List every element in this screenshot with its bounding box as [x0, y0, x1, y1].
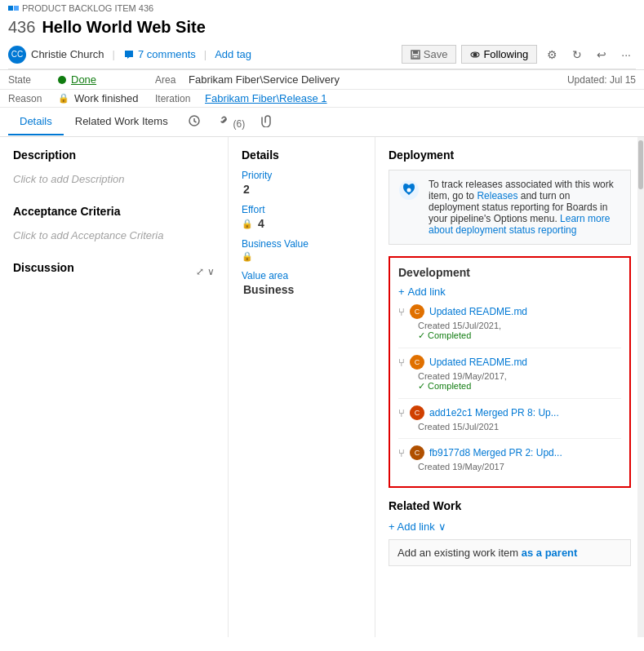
- dev-item: ⑂ C fb9177d8 Merged PR 2: Upd... Created…: [398, 445, 621, 478]
- following-button[interactable]: Following: [461, 45, 537, 64]
- parent-bold-text: as a parent: [522, 547, 578, 559]
- effort-lock-icon: 🔒: [242, 219, 253, 229]
- tab-related-work[interactable]: Related Work Items: [64, 108, 180, 135]
- branch-icon: ⑂: [398, 356, 405, 369]
- parent-box[interactable]: Add an existing work item as a parent: [389, 539, 631, 566]
- scroll-thumb[interactable]: [638, 140, 643, 189]
- description-title: Description: [13, 148, 215, 162]
- undo-button[interactable]: ↩: [592, 46, 611, 64]
- avatar: C: [410, 304, 424, 319]
- user-info: CC Christie Church | 7 comments | Add ta…: [8, 46, 395, 64]
- updated-text: Updated: Jul 15: [567, 74, 636, 86]
- priority-value[interactable]: 2: [242, 183, 362, 196]
- branch-icon: ⑂: [398, 306, 405, 318]
- dev-link[interactable]: fb9177d8 Merged PR 2: Upd...: [429, 447, 562, 458]
- discussion-section: Discussion ⤢ ∨: [13, 261, 215, 282]
- related-work-title: Related Work: [389, 499, 631, 512]
- iteration-value[interactable]: Fabrikam Fiber\Release 1: [205, 92, 327, 104]
- dev-item: ⑂ C Updated README.md Created 19/May/201…: [398, 355, 621, 399]
- dev-link[interactable]: Updated README.md: [429, 356, 527, 368]
- discussion-header: Discussion ⤢ ∨: [13, 261, 215, 282]
- description-placeholder[interactable]: Click to add Description: [13, 170, 215, 188]
- status-dot: [58, 76, 66, 84]
- svg-rect-2: [413, 55, 418, 58]
- svg-rect-1: [413, 51, 418, 54]
- tab-attachments[interactable]: [253, 108, 282, 136]
- refresh-button[interactable]: ↻: [567, 46, 587, 64]
- acceptance-title: Acceptance Criteria: [13, 205, 215, 218]
- deployment-box: To track releases associated with this w…: [389, 170, 631, 245]
- svg-point-3: [473, 52, 477, 56]
- dev-item-header: ⑂ C Updated README.md: [398, 304, 621, 319]
- reason-label: Reason: [8, 93, 53, 104]
- reason-value: Work finished: [74, 92, 139, 104]
- product-label: PRODUCT BACKLOG ITEM 436: [8, 3, 636, 15]
- acceptance-placeholder[interactable]: Click to add Acceptance Criteria: [13, 226, 215, 245]
- following-label: Following: [483, 48, 528, 60]
- plus-icon: +: [398, 286, 405, 298]
- scrollbar[interactable]: [637, 137, 644, 637]
- attachment-icon: [261, 114, 274, 127]
- comment-icon: [123, 49, 135, 60]
- effort-label: Effort: [242, 204, 362, 215]
- area-field: Area Fabrikam Fiber\Service Delivery: [155, 73, 567, 86]
- dev-item-header: ⑂ C add1e2c1 Merged PR 8: Up...: [398, 405, 621, 420]
- right-panel: Deployment To track releases associated …: [375, 137, 644, 637]
- dev-meta: Created 19/May/2017: [398, 462, 621, 472]
- chevron-down-icon: ∨: [438, 520, 446, 533]
- business-value-field: 🔒: [242, 251, 362, 262]
- content-area: Description Click to add Description Acc…: [0, 137, 644, 637]
- lock-icon: 🔒: [58, 93, 69, 104]
- settings-button[interactable]: ⚙: [542, 46, 562, 64]
- add-tag-button[interactable]: Add tag: [215, 48, 251, 60]
- item-number: 436: [8, 18, 35, 37]
- area-label: Area: [155, 74, 184, 86]
- separator2: |: [204, 48, 207, 60]
- iteration-label: Iteration: [155, 93, 200, 104]
- save-button[interactable]: Save: [402, 45, 457, 64]
- state-field: State Done: [8, 73, 155, 86]
- toolbar: CC Christie Church | 7 comments | Add ta…: [8, 42, 636, 69]
- deploy-icon: [398, 179, 420, 206]
- meta-row2: Reason 🔒 Work finished Iteration Fabrika…: [0, 90, 644, 108]
- expand-icon[interactable]: ⤢: [196, 266, 204, 277]
- state-value[interactable]: Done: [71, 73, 96, 86]
- state-label: State: [8, 74, 53, 86]
- dev-item-header: ⑂ C Updated README.md: [398, 355, 621, 370]
- history-icon: [188, 114, 201, 127]
- avatar: C: [410, 355, 424, 370]
- tab-details[interactable]: Details: [8, 108, 64, 135]
- left-panel: Description Click to add Description Acc…: [0, 137, 229, 637]
- dev-meta: Created 15/Jul/2021: [398, 422, 621, 432]
- dev-item-header: ⑂ C fb9177d8 Merged PR 2: Upd...: [398, 445, 621, 460]
- deployment-text: To track releases associated with this w…: [429, 179, 622, 236]
- releases-link[interactable]: Releases: [477, 190, 517, 202]
- deployment-title: Deployment: [389, 148, 631, 162]
- branch-icon: ⑂: [398, 407, 405, 419]
- area-value[interactable]: Fabrikam Fiber\Service Delivery: [189, 73, 340, 86]
- svg-point-7: [407, 188, 411, 193]
- comments-button[interactable]: 7 comments: [123, 48, 196, 60]
- more-button[interactable]: ···: [616, 46, 636, 64]
- value-area-value[interactable]: Business: [242, 283, 362, 296]
- details-panel-title: Details: [242, 148, 362, 162]
- product-label-text: PRODUCT BACKLOG ITEM 436: [22, 3, 153, 13]
- discussion-title: Discussion: [13, 261, 74, 274]
- related-add-link-button[interactable]: + Add link ∨: [389, 520, 631, 533]
- dev-link[interactable]: add1e2c1 Merged PR 8: Up...: [429, 407, 559, 418]
- dev-meta: Created 15/Jul/2021, ✓ Completed: [398, 321, 621, 341]
- reason-field: Reason 🔒 Work finished: [8, 92, 155, 104]
- toolbar-right: Save Following ⚙ ↻ ↩ ···: [402, 45, 636, 64]
- tab-links[interactable]: (6): [209, 108, 254, 136]
- product-icon: [8, 6, 19, 11]
- dev-add-link-button[interactable]: + Add link: [398, 286, 621, 298]
- effort-value[interactable]: 4: [256, 217, 264, 230]
- tab-history[interactable]: [180, 108, 209, 136]
- development-section: Development + Add link ⑂ C Updated READM…: [389, 256, 631, 488]
- tabs-bar: Details Related Work Items (6): [0, 108, 644, 137]
- dev-link[interactable]: Updated README.md: [429, 306, 527, 317]
- collapse-icon[interactable]: ∨: [207, 266, 215, 277]
- save-label: Save: [424, 48, 448, 60]
- value-area-label: Value area: [242, 270, 362, 281]
- user-name: Christie Church: [31, 48, 104, 60]
